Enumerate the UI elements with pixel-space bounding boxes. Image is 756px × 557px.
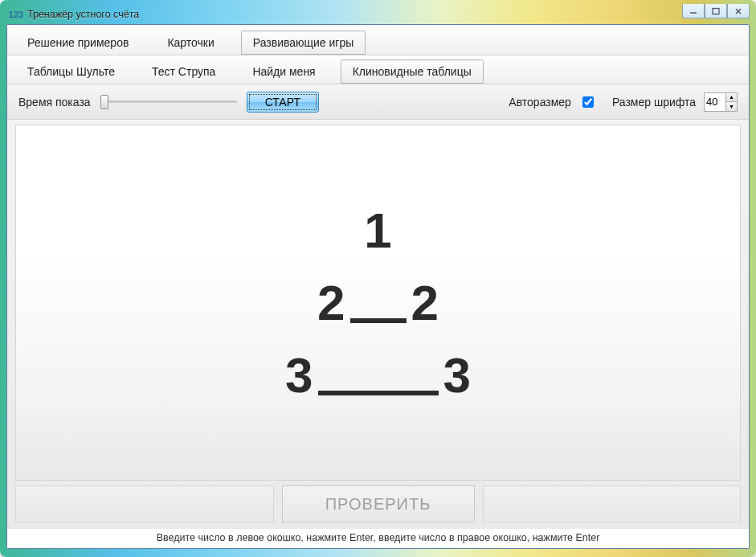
wedge-row-1: 1	[364, 206, 391, 256]
sub-tab-shulte[interactable]: Таблицы Шульте	[15, 59, 127, 84]
tab-label: Найди меня	[252, 65, 315, 78]
autosize-label: Авторазмер	[509, 96, 571, 109]
left-answer-input[interactable]	[15, 485, 274, 522]
right-answer-input[interactable]	[483, 485, 742, 522]
client-area: Решение примеров Карточки Развивающие иг…	[6, 24, 750, 549]
hint-text: Введите число в левое окошко, нажмите En…	[7, 529, 749, 548]
sub-tab-naidi[interactable]: Найди меня	[240, 59, 327, 84]
svg-rect-1	[713, 8, 719, 14]
tab-kartochki[interactable]: Карточки	[155, 31, 226, 55]
tab-label: Решение примеров	[27, 36, 129, 49]
wedge-gap	[350, 315, 407, 323]
font-size-label: Размер шрифта	[612, 96, 696, 109]
tab-label: Тест Струпа	[152, 65, 215, 78]
sub-tab-row: Таблицы Шульте Тест Струпа Найди меня Кл…	[7, 55, 749, 84]
window-title: Тренажёр устного счёта	[27, 9, 139, 20]
tab-label: Клиновидные таблицы	[353, 65, 472, 78]
tab-label: Таблицы Шульте	[27, 65, 115, 78]
window-controls	[682, 4, 750, 18]
check-button-label: ПРОВЕРИТЬ	[325, 495, 431, 513]
titlebar[interactable]: 123 Тренажёр устного счёта	[6, 6, 750, 24]
toolbar: Время показа СТАРТ Авторазмер Размер шри…	[7, 84, 749, 120]
close-button[interactable]	[727, 4, 750, 18]
wedge-row-3: 3 3	[285, 350, 471, 400]
wedge-num-left: 3	[285, 350, 313, 400]
app-window: 123 Тренажёр устного счёта Решение приме…	[0, 0, 756, 557]
start-button[interactable]: СТАРТ	[247, 92, 319, 113]
wedge-num-left: 2	[317, 278, 345, 328]
exercise-canvas: 1 2 2 3 3	[15, 125, 741, 481]
tab-label: Карточки	[167, 36, 214, 49]
minimize-button[interactable]	[682, 4, 705, 18]
wedge-row-2: 2 2	[317, 278, 439, 328]
font-size-input[interactable]	[705, 93, 725, 111]
wedge-num-right: 3	[443, 350, 471, 400]
wedge-num: 1	[364, 206, 391, 256]
tab-razvivayushie[interactable]: Развивающие игры	[241, 31, 366, 55]
canvas-wrap: 1 2 2 3 3 ПРОВЕРИТЬ	[7, 120, 749, 529]
sub-tab-klinovidnye[interactable]: Клиновидные таблицы	[341, 59, 484, 84]
show-time-label: Время показа	[18, 96, 91, 109]
font-size-spinner: ▲ ▼	[704, 92, 738, 112]
tab-label: Развивающие игры	[253, 36, 354, 49]
show-time-slider[interactable]	[100, 100, 237, 103]
font-size-up[interactable]: ▲	[725, 93, 737, 103]
wedge-gap	[318, 387, 439, 395]
sub-tab-stroop[interactable]: Тест Струпа	[140, 59, 227, 84]
start-button-label: СТАРТ	[265, 96, 300, 109]
autosize-checkbox[interactable]	[582, 96, 594, 108]
tab-reshenie[interactable]: Решение примеров	[15, 31, 141, 55]
main-tab-row: Решение примеров Карточки Развивающие иг…	[7, 25, 749, 55]
answer-row: ПРОВЕРИТЬ	[15, 485, 741, 522]
font-size-down[interactable]: ▼	[725, 102, 737, 111]
app-icon: 123	[10, 8, 22, 21]
check-button[interactable]: ПРОВЕРИТЬ	[282, 485, 475, 522]
wedge-num-right: 2	[411, 278, 439, 328]
maximize-button[interactable]	[705, 4, 727, 18]
